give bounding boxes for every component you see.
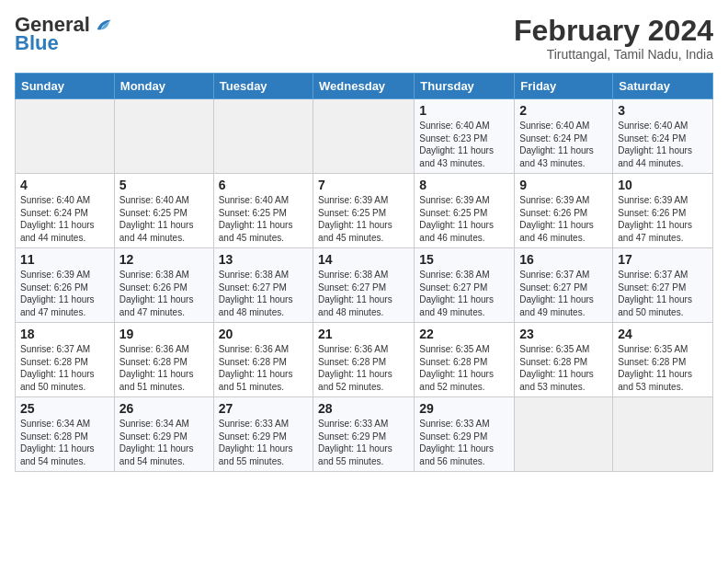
calendar-day-header: Friday [515,74,613,99]
day-info: Sunrise: 6:37 AMSunset: 6:28 PMDaylight:… [20,343,109,393]
calendar-header-row: SundayMondayTuesdayWednesdayThursdayFrid… [16,74,713,99]
logo-bird-icon [92,15,112,35]
location-text: Tiruttangal, Tamil Nadu, India [514,47,713,62]
calendar-cell: 16Sunrise: 6:37 AMSunset: 6:27 PMDayligh… [515,248,613,323]
day-info: Sunrise: 6:39 AMSunset: 6:26 PMDaylight:… [519,194,608,244]
calendar-cell: 14Sunrise: 6:38 AMSunset: 6:27 PMDayligh… [313,248,415,323]
day-info: Sunrise: 6:37 AMSunset: 6:27 PMDaylight:… [519,269,608,318]
calendar-day-header: Saturday [613,74,713,99]
day-number: 24 [618,327,708,341]
title-area: February 2024 Tiruttangal, Tamil Nadu, I… [514,15,713,62]
day-number: 28 [318,401,409,416]
calendar-cell [213,99,313,174]
day-info: Sunrise: 6:33 AMSunset: 6:29 PMDaylight:… [219,418,308,467]
day-number: 12 [119,252,209,267]
day-number: 1 [419,103,509,118]
calendar-cell: 23Sunrise: 6:35 AMSunset: 6:28 PMDayligh… [515,323,613,397]
day-number: 13 [219,252,308,267]
logo-blue-text: Blue [15,31,59,55]
day-number: 15 [419,252,509,267]
calendar-day-header: Sunday [16,74,115,99]
calendar-cell: 19Sunrise: 6:36 AMSunset: 6:28 PMDayligh… [114,323,213,397]
calendar-table: SundayMondayTuesdayWednesdayThursdayFrid… [15,73,713,472]
day-number: 3 [618,103,708,118]
day-number: 6 [219,178,308,192]
calendar-cell: 29Sunrise: 6:33 AMSunset: 6:29 PMDayligh… [415,397,515,472]
day-info: Sunrise: 6:37 AMSunset: 6:27 PMDaylight:… [618,269,708,318]
day-number: 7 [318,178,409,192]
calendar-cell [114,99,213,174]
day-info: Sunrise: 6:34 AMSunset: 6:28 PMDaylight:… [20,418,109,467]
calendar-cell: 3Sunrise: 6:40 AMSunset: 6:24 PMDaylight… [613,99,713,174]
calendar-cell: 17Sunrise: 6:37 AMSunset: 6:27 PMDayligh… [613,248,713,323]
day-info: Sunrise: 6:35 AMSunset: 6:28 PMDaylight:… [618,343,708,393]
day-info: Sunrise: 6:38 AMSunset: 6:27 PMDaylight:… [419,269,509,318]
calendar-week-row: 1Sunrise: 6:40 AMSunset: 6:23 PMDaylight… [16,99,713,174]
calendar-cell: 26Sunrise: 6:34 AMSunset: 6:29 PMDayligh… [114,397,213,472]
day-number: 16 [519,252,608,267]
calendar-cell [313,99,415,174]
calendar-cell: 12Sunrise: 6:38 AMSunset: 6:26 PMDayligh… [114,248,213,323]
calendar-cell: 9Sunrise: 6:39 AMSunset: 6:26 PMDaylight… [515,174,613,248]
calendar-day-header: Tuesday [213,74,313,99]
day-info: Sunrise: 6:33 AMSunset: 6:29 PMDaylight:… [419,418,509,467]
calendar-cell: 18Sunrise: 6:37 AMSunset: 6:28 PMDayligh… [16,323,115,397]
calendar-cell: 27Sunrise: 6:33 AMSunset: 6:29 PMDayligh… [213,397,313,472]
calendar-cell [515,397,613,472]
calendar-cell: 13Sunrise: 6:38 AMSunset: 6:27 PMDayligh… [213,248,313,323]
day-number: 18 [20,327,109,341]
day-number: 20 [219,327,308,341]
day-info: Sunrise: 6:39 AMSunset: 6:26 PMDaylight:… [618,194,708,244]
day-info: Sunrise: 6:40 AMSunset: 6:24 PMDaylight:… [618,120,708,169]
day-number: 17 [618,252,708,267]
day-number: 11 [20,252,109,267]
calendar-cell: 22Sunrise: 6:35 AMSunset: 6:28 PMDayligh… [415,323,515,397]
day-info: Sunrise: 6:39 AMSunset: 6:25 PMDaylight:… [419,194,509,244]
day-number: 29 [419,401,509,416]
calendar-cell: 6Sunrise: 6:40 AMSunset: 6:25 PMDaylight… [213,174,313,248]
day-info: Sunrise: 6:40 AMSunset: 6:25 PMDaylight:… [119,194,209,244]
calendar-cell [16,99,115,174]
calendar-cell: 15Sunrise: 6:38 AMSunset: 6:27 PMDayligh… [415,248,515,323]
calendar-cell: 11Sunrise: 6:39 AMSunset: 6:26 PMDayligh… [16,248,115,323]
day-info: Sunrise: 6:40 AMSunset: 6:25 PMDaylight:… [219,194,308,244]
calendar-cell: 1Sunrise: 6:40 AMSunset: 6:23 PMDaylight… [415,99,515,174]
day-number: 23 [519,327,608,341]
calendar-cell: 8Sunrise: 6:39 AMSunset: 6:25 PMDaylight… [415,174,515,248]
calendar-day-header: Wednesday [313,74,415,99]
day-info: Sunrise: 6:39 AMSunset: 6:25 PMDaylight:… [318,194,409,244]
day-info: Sunrise: 6:40 AMSunset: 6:23 PMDaylight:… [419,120,509,169]
calendar-cell: 28Sunrise: 6:33 AMSunset: 6:29 PMDayligh… [313,397,415,472]
day-info: Sunrise: 6:35 AMSunset: 6:28 PMDaylight:… [519,343,608,393]
calendar-day-header: Monday [114,74,213,99]
calendar-week-row: 25Sunrise: 6:34 AMSunset: 6:28 PMDayligh… [16,397,713,472]
day-info: Sunrise: 6:40 AMSunset: 6:24 PMDaylight:… [20,194,109,244]
day-number: 4 [20,178,109,192]
day-number: 22 [419,327,509,341]
page-header: General Blue February 2024 Tiruttangal, … [15,15,713,62]
day-info: Sunrise: 6:38 AMSunset: 6:26 PMDaylight:… [119,269,209,318]
day-info: Sunrise: 6:36 AMSunset: 6:28 PMDaylight:… [318,343,409,393]
calendar-cell: 4Sunrise: 6:40 AMSunset: 6:24 PMDaylight… [16,174,115,248]
calendar-cell: 24Sunrise: 6:35 AMSunset: 6:28 PMDayligh… [613,323,713,397]
day-number: 5 [119,178,209,192]
day-info: Sunrise: 6:39 AMSunset: 6:26 PMDaylight:… [20,269,109,318]
calendar-cell: 10Sunrise: 6:39 AMSunset: 6:26 PMDayligh… [613,174,713,248]
day-number: 10 [618,178,708,192]
day-info: Sunrise: 6:40 AMSunset: 6:24 PMDaylight:… [519,120,608,169]
day-number: 14 [318,252,409,267]
calendar-cell: 21Sunrise: 6:36 AMSunset: 6:28 PMDayligh… [313,323,415,397]
calendar-week-row: 4Sunrise: 6:40 AMSunset: 6:24 PMDaylight… [16,174,713,248]
day-number: 8 [419,178,509,192]
day-info: Sunrise: 6:38 AMSunset: 6:27 PMDaylight:… [318,269,409,318]
day-info: Sunrise: 6:38 AMSunset: 6:27 PMDaylight:… [219,269,308,318]
logo: General Blue [15,15,112,55]
calendar-week-row: 11Sunrise: 6:39 AMSunset: 6:26 PMDayligh… [16,248,713,323]
day-info: Sunrise: 6:34 AMSunset: 6:29 PMDaylight:… [119,418,209,467]
calendar-cell: 5Sunrise: 6:40 AMSunset: 6:25 PMDaylight… [114,174,213,248]
day-info: Sunrise: 6:33 AMSunset: 6:29 PMDaylight:… [318,418,409,467]
calendar-cell: 7Sunrise: 6:39 AMSunset: 6:25 PMDaylight… [313,174,415,248]
calendar-week-row: 18Sunrise: 6:37 AMSunset: 6:28 PMDayligh… [16,323,713,397]
day-number: 25 [20,401,109,416]
day-info: Sunrise: 6:36 AMSunset: 6:28 PMDaylight:… [119,343,209,393]
